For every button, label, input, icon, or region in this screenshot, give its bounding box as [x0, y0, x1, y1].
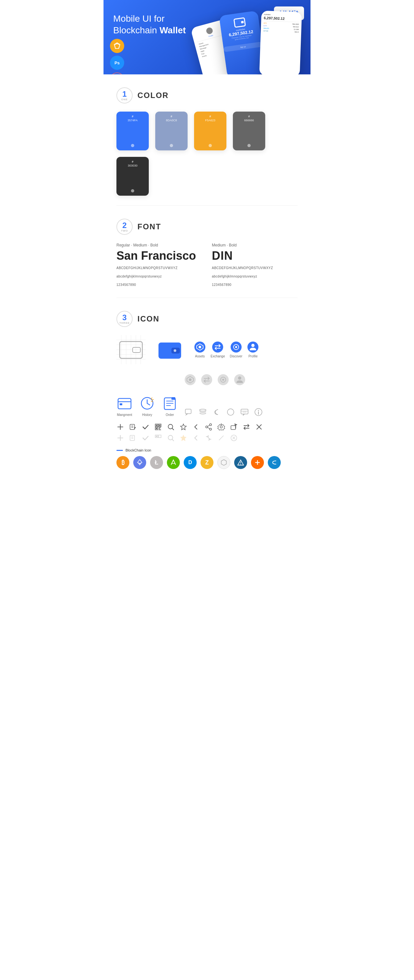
svg-point-22	[251, 344, 255, 347]
send-icon	[230, 423, 238, 431]
icon-item-exchange-gray	[201, 374, 212, 385]
color-number-label: ONE	[121, 98, 128, 101]
bottom-nav-row: Mangment History Order	[116, 395, 298, 417]
icon-title: ICON	[137, 314, 159, 323]
color-section: 1 ONE COLOR # 3574FA # 8DA0C8 # F5A623 #…	[104, 75, 310, 205]
icon-section-header: 3 THREE ICON	[116, 311, 298, 327]
svg-point-28	[222, 379, 224, 381]
icon-item-order: Order	[162, 395, 178, 417]
icon-section: 3 THREE ICON	[104, 298, 310, 479]
profile-label: Profile	[248, 355, 258, 358]
icon-number: 3	[122, 314, 126, 321]
font-sf: Regular · Medium · Bold San Francisco AB…	[116, 243, 202, 288]
blockchain-label: BlockChain Icon	[116, 448, 298, 452]
swap-icon	[243, 423, 250, 431]
svg-marker-89	[137, 463, 142, 465]
settings-icon	[217, 423, 225, 431]
sf-lowercase: abcdefghijklmnopqrstuvwxyz	[116, 274, 202, 280]
blockchain-label-text: BlockChain Icon	[126, 448, 151, 452]
svg-line-65	[172, 428, 174, 430]
moon-icon	[212, 407, 221, 417]
font-title: FONT	[137, 222, 161, 231]
chevron-left-icon	[192, 423, 200, 431]
info-icon	[254, 407, 263, 417]
svg-rect-51	[130, 424, 135, 430]
svg-line-69	[208, 425, 210, 426]
history-label: History	[142, 413, 152, 417]
icon-item-assets-gray	[184, 374, 196, 385]
chat-icon	[184, 407, 193, 417]
color-swatch-blue: # 3574FA	[116, 111, 149, 150]
color-swatch-orange: # F5A623	[194, 111, 226, 150]
litecoin-icon: Ł	[150, 456, 163, 469]
share-icon	[205, 423, 212, 431]
svg-point-42	[228, 409, 234, 415]
crypto-icons-row: ₿ Ł D Z	[116, 456, 298, 469]
exchange-label: Exchange	[210, 355, 225, 358]
check-icon	[142, 423, 150, 431]
font-number-circle: 2 TWO	[116, 219, 132, 235]
color-swatches: # 3574FA # 8DA0C8 # F5A623 # 666666 # 30…	[116, 111, 298, 196]
svg-rect-81	[156, 436, 157, 437]
color-section-header: 1 ONE COLOR	[116, 88, 298, 103]
svg-rect-55	[156, 425, 157, 426]
color-swatch-gray: # 666666	[233, 111, 265, 150]
font-number-label: TWO	[121, 229, 128, 232]
svg-rect-72	[231, 426, 236, 430]
svg-marker-90	[221, 460, 226, 465]
gridplus-icon	[251, 456, 264, 469]
color-title: COLOR	[137, 91, 169, 100]
sketch-badge	[110, 39, 124, 53]
neo-icon	[167, 456, 180, 469]
discover-label: Discover	[230, 355, 242, 358]
phone-mockups: Profile Assets Management Message Night …	[191, 10, 310, 75]
svg-rect-59	[156, 428, 157, 429]
lisk-icon	[234, 456, 247, 469]
assets-label: Assets	[195, 355, 205, 358]
tool-icons-faded-row	[116, 434, 298, 442]
color-swatch-dark: # 303030	[116, 157, 149, 196]
svg-line-70	[208, 428, 210, 429]
din-uppercase: ABCDEFGHIJKLMNOPQRSTUVWXYZ	[212, 265, 298, 271]
icon-item-profile: Profile	[247, 341, 259, 358]
svg-point-66	[210, 424, 212, 426]
icon-item-profile-gray	[234, 374, 245, 385]
svg-line-84	[172, 439, 174, 441]
stratis-icon	[268, 456, 281, 469]
order-label: Order	[166, 413, 174, 417]
svg-point-16	[199, 346, 201, 348]
color-number: 1	[122, 90, 126, 98]
svg-rect-57	[159, 425, 161, 426]
sf-name: San Francisco	[116, 249, 202, 262]
svg-rect-77	[130, 435, 135, 441]
din-name: DIN	[212, 249, 298, 262]
din-lowercase: abcdefghijklmnopqrstuvwxyz	[212, 274, 298, 280]
icon-number-label: THREE	[119, 321, 130, 325]
svg-rect-43	[241, 409, 248, 414]
svg-point-17	[212, 342, 223, 353]
din-styles: Medium · Bold	[212, 243, 298, 247]
close-icon	[255, 423, 263, 431]
font-din: Medium · Bold DIN ABCDEFGHIJKLMNOPQRSTUV…	[212, 243, 298, 288]
phone-right: myWallet 6,297,502.12 BTC788-2003 ETH564…	[260, 11, 302, 75]
svg-point-71	[220, 426, 223, 428]
svg-point-24	[189, 379, 191, 381]
nav-icons-gray-row	[184, 374, 298, 385]
list-edit-icon	[129, 423, 137, 431]
nav-icons-row: Assets Exchange Discover	[194, 341, 259, 358]
sf-styles: Regular · Medium · Bold	[116, 243, 202, 247]
layers-icon	[198, 407, 207, 417]
star-icon[interactable]	[180, 423, 187, 431]
hero-section: Mobile UI for Blockchain Wallet UI Kit P…	[104, 0, 310, 75]
photoshop-badge: Ps	[110, 56, 124, 70]
qr-icon	[154, 423, 162, 431]
svg-rect-11	[132, 347, 140, 353]
icon-item-discover-gray	[217, 374, 229, 385]
svg-point-25	[201, 374, 212, 385]
management-label: Mangment	[117, 413, 132, 417]
svg-point-14	[174, 349, 176, 352]
svg-point-67	[206, 426, 208, 428]
search-icon	[167, 423, 175, 431]
blockchain-line	[116, 450, 123, 451]
svg-rect-33	[119, 403, 122, 405]
